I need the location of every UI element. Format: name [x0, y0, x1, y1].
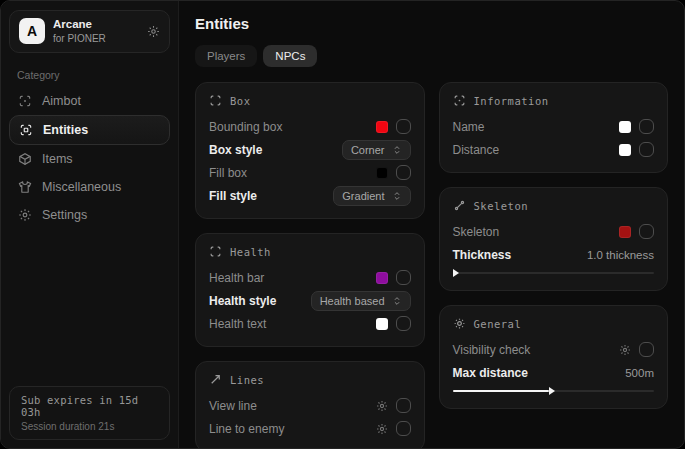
brand-card: A Arcane for PIONER — [9, 10, 170, 53]
color-swatch[interactable] — [619, 144, 631, 156]
card-title: Information — [474, 95, 549, 107]
slider-track — [453, 272, 655, 275]
diagonal-line-icon — [209, 373, 222, 386]
setting-label: Name — [453, 120, 485, 134]
line-to-enemy-checkbox[interactable] — [396, 421, 411, 436]
color-swatch[interactable] — [619, 226, 631, 238]
fill-box-checkbox[interactable] — [396, 165, 411, 180]
setting-row-view-line: View line — [209, 394, 411, 417]
shirt-icon — [18, 180, 32, 194]
setting-label: View line — [209, 399, 257, 413]
scan-corners-icon — [209, 245, 222, 258]
setting-label: Line to enemy — [209, 422, 284, 436]
setting-row-skeleton: Skeleton — [453, 220, 655, 243]
gear-icon[interactable] — [147, 25, 160, 38]
sidebar-nav: Aimbot Entities Items Miscellaneous — [1, 87, 178, 229]
sidebar-item-aimbot[interactable]: Aimbot — [1, 87, 178, 115]
sidebar-item-label: Settings — [42, 208, 87, 222]
distance-checkbox[interactable] — [639, 142, 654, 157]
unfold-icon — [392, 145, 402, 155]
setting-label: Health text — [209, 317, 266, 331]
general-card: General Visibility check Max distance — [439, 305, 669, 409]
sidebar-item-label: Miscellaneous — [42, 180, 121, 194]
info-scan-icon — [453, 94, 466, 107]
setting-label: Bounding box — [209, 120, 282, 134]
sun-icon — [453, 317, 466, 330]
card-title: Lines — [230, 374, 264, 386]
box-style-select[interactable]: Corner — [342, 140, 411, 160]
card-title: General — [474, 318, 522, 330]
brand-logo: A — [19, 18, 45, 44]
color-swatch[interactable] — [619, 121, 631, 133]
gear-icon — [18, 208, 32, 222]
slider-thumb[interactable] — [453, 269, 459, 277]
setting-label: Health style — [209, 294, 276, 308]
entity-tabs: Players NPCs — [195, 45, 668, 67]
setting-row-box-style: Box style Corner — [209, 138, 411, 161]
health-bar-checkbox[interactable] — [396, 270, 411, 285]
setting-row-health-text: Health text — [209, 312, 411, 335]
setting-label: Fill style — [209, 189, 257, 203]
setting-row-bounding-box: Bounding box — [209, 115, 411, 138]
thickness-slider[interactable] — [453, 268, 655, 278]
subscription-info: Sub expires in 15d 03h Session duration … — [9, 386, 170, 440]
sidebar-item-entities[interactable]: Entities — [9, 115, 170, 145]
setting-row-thickness: Thickness 1.0 thickness — [453, 243, 655, 266]
thickness-value: 1.0 thickness — [587, 249, 654, 261]
sidebar-item-items[interactable]: Items — [1, 145, 178, 173]
health-card: Health Health bar Health style Health ba… — [195, 233, 425, 347]
select-value: Corner — [351, 144, 385, 156]
setting-label: Fill box — [209, 166, 247, 180]
health-text-checkbox[interactable] — [396, 316, 411, 331]
max-distance-value: 500m — [625, 367, 654, 379]
gear-icon[interactable] — [376, 400, 388, 412]
sidebar-item-miscellaneous[interactable]: Miscellaneous — [1, 173, 178, 201]
sidebar-item-settings[interactable]: Settings — [1, 201, 178, 229]
setting-label: Visibility check — [453, 343, 531, 357]
color-swatch[interactable] — [376, 318, 388, 330]
setting-row-fill-style: Fill style Gradient — [209, 184, 411, 207]
setting-row-visibility-check: Visibility check — [453, 338, 655, 361]
color-swatch[interactable] — [376, 167, 388, 179]
card-title: Skeleton — [474, 200, 529, 212]
bounding-box-checkbox[interactable] — [396, 119, 411, 134]
gear-icon[interactable] — [376, 423, 388, 435]
setting-label: Health bar — [209, 271, 264, 285]
setting-row-max-distance: Max distance 500m — [453, 361, 655, 384]
slider-thumb[interactable] — [549, 387, 555, 395]
color-swatch[interactable] — [376, 272, 388, 284]
select-value: Health based — [320, 295, 385, 307]
visibility-check-checkbox[interactable] — [639, 342, 654, 357]
tab-players[interactable]: Players — [195, 45, 257, 67]
unfold-icon — [392, 191, 402, 201]
setting-row-name: Name — [453, 115, 655, 138]
tab-npcs[interactable]: NPCs — [263, 45, 317, 67]
setting-label: Thickness — [453, 248, 512, 262]
fill-style-select[interactable]: Gradient — [333, 186, 410, 206]
name-checkbox[interactable] — [639, 119, 654, 134]
setting-row-health-style: Health style Health based — [209, 289, 411, 312]
crosshair-icon — [18, 94, 32, 108]
skeleton-card: Skeleton Skeleton Thickness 1.0 thicknes… — [439, 187, 669, 291]
health-style-select[interactable]: Health based — [311, 291, 411, 311]
information-card: Information Name Distance — [439, 82, 669, 173]
color-swatch[interactable] — [376, 121, 388, 133]
sidebar: A Arcane for PIONER Category Aimbot — [1, 1, 179, 448]
max-distance-slider[interactable] — [453, 386, 655, 396]
sidebar-item-label: Entities — [43, 123, 88, 137]
brand-name: Arcane — [53, 18, 139, 31]
unfold-icon — [392, 296, 402, 306]
setting-label: Distance — [453, 143, 500, 157]
main-panel: Entities Players NPCs Box Bounding box — [179, 1, 684, 448]
view-line-checkbox[interactable] — [396, 398, 411, 413]
setting-row-distance: Distance — [453, 138, 655, 161]
session-duration-text: Session duration 21s — [21, 421, 158, 432]
skeleton-checkbox[interactable] — [639, 224, 654, 239]
brand-subtitle: for PIONER — [53, 33, 139, 45]
box-card: Box Bounding box Box style Corner — [195, 82, 425, 219]
sidebar-item-label: Items — [42, 152, 73, 166]
scan-corners-icon — [209, 94, 222, 107]
setting-label: Max distance — [453, 366, 528, 380]
cube-icon — [18, 152, 32, 166]
gear-icon[interactable] — [619, 344, 631, 356]
